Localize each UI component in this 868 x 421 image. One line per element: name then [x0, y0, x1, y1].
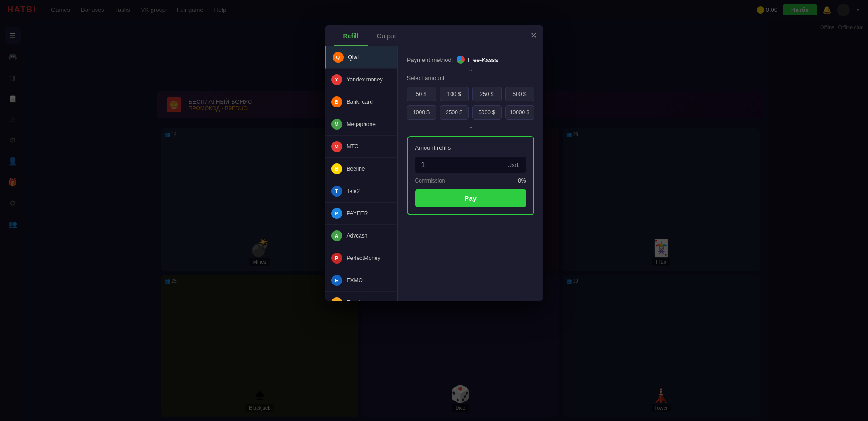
amount-btn-250[interactable]: 250 $	[472, 87, 502, 101]
modal-tabs: Refill Output ✕	[325, 25, 543, 46]
payment-method-name: Zcash	[347, 299, 362, 301]
select-amount-label: Select amount	[407, 75, 534, 81]
payment-method-item[interactable]: BBeeline	[325, 158, 397, 180]
payment-method-name: Tele2	[347, 188, 360, 194]
amount-btn-10000[interactable]: 10000 $	[505, 105, 534, 120]
payment-method-item[interactable]: BBank. card	[325, 91, 397, 113]
payment-method-icon: P	[331, 208, 342, 219]
payment-method-item[interactable]: ZZcash	[325, 292, 397, 301]
commission-row: Commission 0%	[415, 178, 526, 184]
payment-content: Payment method: Free-Kassa ⌄ Select amou…	[398, 46, 543, 301]
pay-button[interactable]: Pay	[415, 189, 526, 207]
payment-method-icon: B	[331, 96, 342, 107]
payment-method-item[interactable]: QQiwi	[325, 46, 397, 69]
amount-btn-5000[interactable]: 5000 $	[472, 105, 502, 120]
payment-method-icon: Q	[333, 52, 344, 63]
amount-btn-100[interactable]: 100 $	[440, 87, 469, 101]
payment-method-value: Free-Kassa	[457, 56, 498, 64]
payment-method-name: Qiwi	[348, 54, 359, 61]
tab-output[interactable]: Output	[368, 25, 405, 46]
payment-method-name: Yandex money	[347, 76, 383, 83]
payment-method-label: Payment method:	[407, 56, 453, 63]
payment-method-name: Free-Kassa	[467, 56, 498, 63]
commission-value: 0%	[518, 178, 526, 184]
currency-label: Usd.	[508, 162, 520, 168]
payment-method-row: Payment method: Free-Kassa	[407, 56, 534, 64]
amount-input-row: Usd.	[415, 157, 526, 173]
payment-method-icon: T	[331, 186, 342, 197]
payment-method-item[interactable]: TTele2	[325, 180, 397, 203]
commission-label: Commission	[415, 178, 445, 184]
payment-method-icon: A	[331, 230, 342, 241]
payment-methods-list: QQiwiYYandex moneyBBank. cardMMegaphoneМ…	[325, 46, 398, 301]
payment-method-name: Beeline	[347, 166, 365, 172]
modal-close-button[interactable]: ✕	[530, 31, 537, 40]
payment-method-name: Megaphone	[347, 121, 376, 127]
payment-method-icon: M	[331, 119, 342, 130]
payment-method-icon: B	[331, 163, 342, 174]
payment-method-name: PAYEER	[347, 210, 368, 217]
amount-grid-row2: 1000 $ 2500 $ 5000 $ 10000 $	[407, 105, 534, 120]
amount-refills-box: Amount refills Usd. Commission 0% Pay	[407, 136, 534, 215]
payment-method-item[interactable]: MMegaphone	[325, 113, 397, 136]
payment-method-name: Advcash	[347, 233, 368, 239]
tab-refill[interactable]: Refill	[334, 25, 368, 46]
payment-method-icon: Z	[331, 297, 342, 301]
amount-btn-2500[interactable]: 2500 $	[440, 105, 469, 120]
amount-refills-label: Amount refills	[415, 144, 526, 151]
payment-method-name: EXMO	[347, 277, 363, 284]
payment-method-item[interactable]: YYandex money	[325, 69, 397, 91]
payment-method-item[interactable]: ММТС	[325, 136, 397, 158]
payment-method-icon: Y	[331, 74, 342, 85]
payment-method-name: МТС	[347, 143, 359, 150]
chevron-down-more-icon[interactable]: ⌄	[407, 123, 534, 130]
payment-method-item[interactable]: AAdvcash	[325, 225, 397, 247]
payment-method-item[interactable]: PPAYEER	[325, 203, 397, 225]
modal-body: QQiwiYYandex moneyBBank. cardMMegaphoneМ…	[325, 46, 543, 301]
amount-input[interactable]	[421, 161, 508, 168]
amount-btn-50[interactable]: 50 $	[407, 87, 436, 101]
amount-grid-row1: 50 $ 100 $ 250 $ 500 $	[407, 87, 534, 101]
freekassa-icon	[457, 56, 465, 64]
amount-btn-1000[interactable]: 1000 $	[407, 105, 436, 120]
payment-method-name: PerfectMoney	[347, 255, 381, 261]
payment-method-item[interactable]: EEXMO	[325, 269, 397, 292]
payment-method-name: Bank. card	[347, 99, 373, 105]
chevron-down-icon[interactable]: ⌄	[407, 66, 534, 73]
payment-method-icon: P	[331, 253, 342, 264]
payment-method-item[interactable]: PPerfectMoney	[325, 247, 397, 269]
refill-modal: Refill Output ✕ QQiwiYYandex moneyBBank.…	[325, 25, 543, 301]
payment-method-icon: E	[331, 275, 342, 286]
payment-method-icon: М	[331, 141, 342, 152]
amount-btn-500[interactable]: 500 $	[505, 87, 534, 101]
